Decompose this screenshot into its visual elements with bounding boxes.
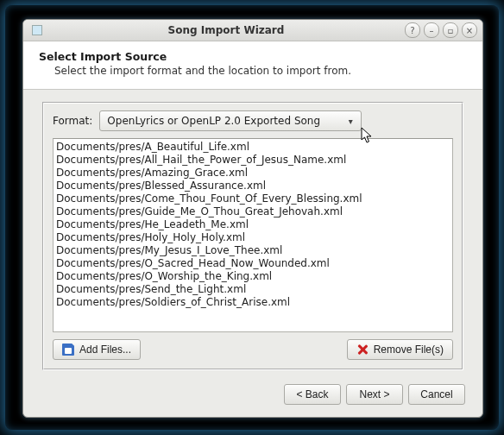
list-item[interactable]: Documents/pres/Blessed_Assurance.xml: [55, 180, 453, 192]
remove-icon: [356, 344, 369, 356]
chevron-down-icon: ▾: [343, 117, 357, 126]
save-icon: [62, 344, 74, 356]
page-heading: Select Import Source: [39, 50, 467, 63]
remove-files-button[interactable]: Remove File(s): [347, 339, 453, 360]
wizard-footer: < Back Next > Cancel: [23, 377, 482, 417]
maximize-button[interactable]: ▫: [443, 22, 458, 38]
titlebar: Song Import Wizard ? – ▫ ×: [23, 20, 482, 41]
help-button[interactable]: ?: [405, 22, 420, 38]
wizard-header: Select Import Source Select the import f…: [23, 41, 482, 90]
file-list[interactable]: Documents/pres/A_Beautiful_Life.xmlDocum…: [53, 138, 453, 332]
back-button[interactable]: < Back: [284, 384, 341, 405]
format-label: Format:: [53, 115, 92, 127]
add-files-button[interactable]: Add Files...: [53, 339, 141, 360]
wizard-window: Song Import Wizard ? – ▫ × Select Import…: [22, 19, 483, 418]
format-combo-value: OpenLyrics or OpenLP 2.0 Exported Song: [107, 115, 343, 127]
list-item[interactable]: Documents/pres/O_Sacred_Head_Now_Wounded…: [55, 257, 453, 270]
list-item[interactable]: Documents/pres/Holy_Holy_Holy.xml: [55, 231, 453, 244]
wizard-body: Format: OpenLyrics or OpenLP 2.0 Exporte…: [23, 90, 482, 377]
format-combo[interactable]: OpenLyrics or OpenLP 2.0 Exported Song ▾: [99, 110, 362, 131]
list-item[interactable]: Documents/pres/Guide_Me_O_Thou_Great_Jeh…: [55, 205, 453, 218]
remove-files-label: Remove File(s): [374, 344, 444, 356]
list-item[interactable]: Documents/pres/A_Beautiful_Life.xml: [55, 141, 453, 154]
app-icon: [30, 23, 44, 37]
list-item[interactable]: Documents/pres/Come_Thou_Fount_Of_Every_…: [55, 192, 453, 205]
list-item[interactable]: Documents/pres/Amazing_Grace.xml: [55, 167, 453, 180]
list-item[interactable]: Documents/pres/Send_the_Light.xml: [55, 283, 453, 296]
list-item[interactable]: Documents/pres/All_Hail_the_Power_of_Jes…: [55, 154, 453, 167]
add-files-label: Add Files...: [79, 344, 131, 356]
window-title: Song Import Wizard: [47, 24, 405, 36]
list-item[interactable]: Documents/pres/O_Worship_the_King.xml: [55, 270, 453, 283]
page-description: Select the import format and the locatio…: [54, 65, 467, 77]
list-item[interactable]: Documents/pres/He_Leadeth_Me.xml: [55, 218, 453, 231]
cancel-button[interactable]: Cancel: [408, 384, 465, 405]
close-button[interactable]: ×: [462, 22, 477, 38]
import-frame: Format: OpenLyrics or OpenLP 2.0 Exporte…: [42, 102, 463, 370]
list-item[interactable]: Documents/pres/Soldiers_of_Christ_Arise.…: [55, 296, 453, 309]
list-item[interactable]: Documents/pres/My_Jesus_I_Love_Thee.xml: [55, 244, 453, 257]
next-button[interactable]: Next >: [346, 384, 403, 405]
minimize-button[interactable]: –: [424, 22, 439, 38]
